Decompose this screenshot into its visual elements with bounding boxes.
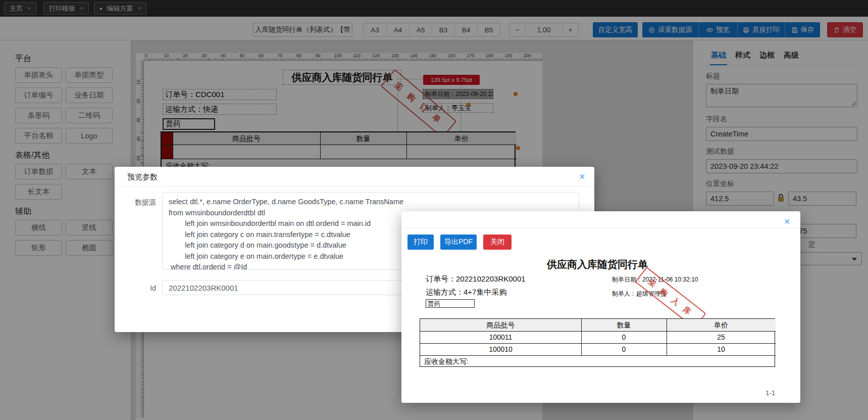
table-cell: 0 [581, 333, 667, 341]
datasource-label: 数据源 [124, 198, 156, 207]
table-cell: 10 [667, 345, 776, 353]
table-header-cell: 商品批号 [420, 321, 581, 330]
table-cell: 100011 [420, 333, 581, 341]
close-icon[interactable]: × [579, 171, 585, 181]
preview-order-no: 订单号：2022102203RK0001 [426, 274, 526, 284]
close-icon[interactable]: × [784, 216, 790, 226]
export-pdf-button[interactable]: 导出PDF [440, 235, 477, 250]
preview-toolbar: 打印 导出PDF 关闭 [407, 235, 512, 250]
preview-document: 供应商入库随货同行单 订单号：2022102203RK0001 制单日期：202… [420, 255, 775, 388]
divider [115, 186, 594, 186]
preview-table: 商品批号 数量 单价 100011025100010010 应收金额大写: [420, 318, 775, 367]
modal-title: 预览参数 [127, 172, 158, 182]
preview-drug-type: 普药 [426, 299, 475, 308]
table-cell: 25 [667, 333, 776, 341]
close-button[interactable]: 关闭 [483, 235, 512, 250]
preview-doc-title: 供应商入库随货同行单 [420, 258, 775, 271]
amount-label: 应收金额大写: [424, 357, 469, 366]
table-header-cell: 数量 [581, 321, 667, 330]
preview-transport: 运输方式：4+7集中采购 [426, 288, 506, 297]
print-button[interactable]: 打印 [407, 235, 434, 250]
id-label: Id [144, 284, 156, 292]
divider [401, 228, 800, 228]
table-cell: 0 [581, 345, 667, 353]
table-cell: 100010 [420, 345, 581, 353]
table-header-cell: 单价 [667, 321, 776, 330]
app-window: 主页 × 打印模板 × ● 编辑方案 × 入库随货同行单（列表式）【带 A3A4… [0, 0, 868, 420]
print-preview-modal: × 打印 导出PDF 关闭 供应商入库随货同行单 订单号：2022102203R… [401, 211, 800, 403]
page-indicator: 1-1 [750, 389, 775, 397]
